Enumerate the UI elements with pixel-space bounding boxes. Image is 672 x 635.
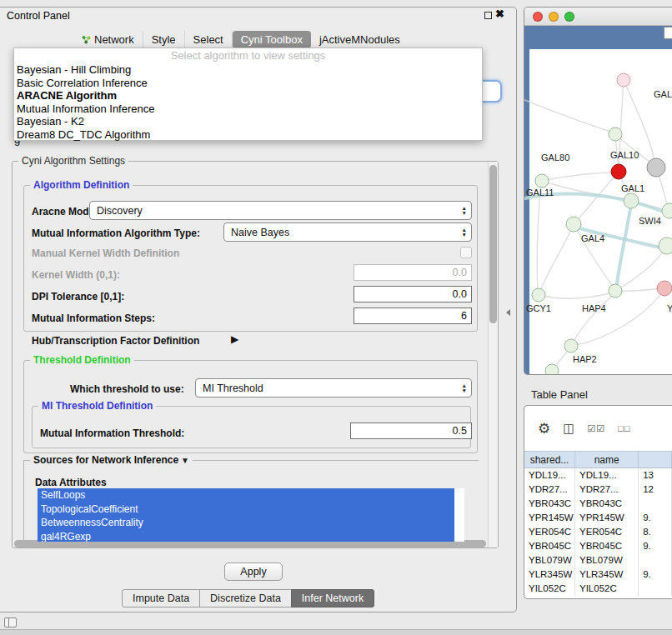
network-node-label: HAP4 <box>582 303 606 313</box>
aracne-mode-label: Aracne Mode: <box>32 206 98 218</box>
kernel-width-field[interactable]: 0.0 <box>354 264 472 281</box>
algorithm-option[interactable]: ARACNE Algorithm <box>14 89 482 102</box>
tab-network[interactable]: Network <box>73 31 143 48</box>
hub-expand-arrow-icon[interactable]: ▶ <box>231 333 238 345</box>
mi-type-select[interactable]: Naive Bayes ▲▼ <box>223 222 472 242</box>
attribute-list: SelfLoopsTopologicalCoefficientBetweenne… <box>38 488 464 542</box>
minimize-traffic-light[interactable] <box>549 12 559 22</box>
tab-label: Select <box>193 33 223 46</box>
close-window-icon[interactable]: ✖ <box>495 8 504 20</box>
algorithm-option[interactable]: Bayesian - Hill Climbing <box>14 63 482 77</box>
column-header[interactable]: name <box>575 452 639 468</box>
tab-select[interactable]: Select <box>185 31 233 48</box>
deselect-all-checkboxes-icon[interactable]: □□ <box>618 423 630 433</box>
table-row[interactable]: YLR345WYLR345W9. <box>524 568 672 582</box>
bottom-tab-infer-network[interactable]: Infer Network <box>291 589 374 608</box>
table-cell: YBR045C <box>575 539 639 553</box>
network-graph: GALGAL80GAL10GAL11GAL1SWI4GAL4GCY1HAP4YH… <box>529 49 672 375</box>
network-node[interactable] <box>609 128 622 141</box>
network-node[interactable] <box>566 217 581 232</box>
zoom-traffic-light[interactable] <box>564 12 574 22</box>
mi-threshold-group-title: MI Threshold Definition <box>38 400 156 412</box>
tab-cyni-toolbox[interactable]: Cyni Toolbox <box>233 31 311 48</box>
bottom-tab-impute-data[interactable]: Impute Data <box>122 589 200 608</box>
network-node[interactable] <box>624 193 639 208</box>
network-node[interactable] <box>564 339 578 352</box>
network-edge[interactable] <box>542 172 615 181</box>
table-row[interactable]: YIL052CYIL052C <box>524 582 672 596</box>
algorithm-option[interactable]: Dream8 DC_TDC Algorithm <box>14 128 482 142</box>
algorithm-option[interactable]: Mutual Information Inference <box>14 102 482 116</box>
table-row[interactable]: YDR27...YDR27...12 <box>524 482 672 497</box>
network-node[interactable] <box>662 203 672 218</box>
gear-icon[interactable]: ⚙ <box>538 420 550 438</box>
network-node[interactable] <box>532 288 545 302</box>
network-node-label: GAL10 <box>610 150 639 160</box>
tab-label: jActiveMNodules <box>319 33 400 46</box>
network-edge[interactable] <box>539 224 574 294</box>
table-cell: YBL079W <box>575 553 639 568</box>
algorithm-option[interactable]: Bayesian - K2 <box>14 115 482 128</box>
table-row[interactable]: YBR045CYBR045C9. <box>524 539 672 553</box>
table-row[interactable]: YPR145WYPR145W9. <box>524 511 672 525</box>
close-traffic-light[interactable] <box>533 12 543 22</box>
table-row[interactable]: YER054CYER054C8. <box>524 525 672 539</box>
algorithm-option[interactable]: Basic Correlation Inference <box>14 77 482 90</box>
which-threshold-value: MI Threshold <box>203 382 263 394</box>
tab-jactivemnodules[interactable]: jActiveMNodules <box>311 31 409 48</box>
tab-label: Network <box>94 33 134 46</box>
column-selector-icon[interactable]: ◫ <box>563 421 574 436</box>
table-cell: YDL19... <box>524 468 575 482</box>
network-edge[interactable] <box>539 292 613 298</box>
attribute-item[interactable]: gal4RGexp <box>38 530 454 542</box>
network-node[interactable] <box>647 158 665 177</box>
select-all-checkboxes-icon[interactable]: ☑☑ <box>587 423 605 434</box>
column-header[interactable]: shared... <box>524 452 575 468</box>
mi-threshold-field[interactable]: 0.5 <box>350 422 472 439</box>
network-node[interactable] <box>657 281 672 296</box>
network-edge[interactable] <box>574 174 617 224</box>
network-node[interactable] <box>611 164 626 179</box>
network-edge[interactable] <box>524 99 613 132</box>
tab-style[interactable]: Style <box>143 31 185 48</box>
combo-stepper-icon: ▲▼ <box>462 383 467 392</box>
table-cell: YPR145W <box>575 511 639 525</box>
bottom-tab-discretize-data[interactable]: Discretize Data <box>199 589 292 608</box>
network-edge[interactable] <box>621 246 667 288</box>
manual-kernel-label: Manual Kernel Width Definition <box>32 248 179 259</box>
data-attributes-label: Data Attributes <box>35 477 107 488</box>
network-node[interactable] <box>617 73 630 87</box>
table-row[interactable]: YBL079WYBL079W <box>524 553 672 568</box>
settings-vertical-scrollbar[interactable] <box>488 162 498 548</box>
column-header[interactable] <box>639 452 672 468</box>
table-row[interactable]: YBR043CYBR043C <box>524 497 672 511</box>
network-edge-highlighted[interactable] <box>616 204 631 289</box>
overview-corner-button[interactable] <box>664 27 672 39</box>
network-node[interactable] <box>659 238 672 254</box>
scrollbar-thumb[interactable] <box>489 165 497 323</box>
float-window-icon[interactable] <box>484 12 492 19</box>
table-cell <box>639 497 672 511</box>
sources-collapse-arrow-icon[interactable]: ▼ <box>181 456 189 465</box>
attribute-item[interactable]: SelfLoops <box>38 488 454 502</box>
apply-button[interactable]: Apply <box>224 562 283 581</box>
restore-panel-icon[interactable] <box>4 618 17 628</box>
manual-kernel-checkbox[interactable] <box>460 247 472 258</box>
table-cell: 9. <box>639 539 672 553</box>
dpi-tolerance-label: DPI Tolerance [0,1]: <box>32 291 124 302</box>
splitter-handle[interactable] <box>506 309 510 316</box>
window-title: Control Panel <box>7 10 70 22</box>
aracne-mode-select[interactable]: Discovery ▲▼ <box>89 201 472 220</box>
attribute-item[interactable]: TopologicalCoefficient <box>38 502 454 517</box>
attribute-item[interactable]: BetweennessCentrality <box>38 516 454 530</box>
mi-steps-field[interactable]: 6 <box>354 308 472 324</box>
dpi-tolerance-field[interactable]: 0.0 <box>354 286 472 302</box>
algorithm-option-list: Bayesian - Hill ClimbingBasic Correlatio… <box>14 63 482 142</box>
tab-label: Style <box>152 33 176 46</box>
which-threshold-select[interactable]: MI Threshold ▲▼ <box>195 378 472 398</box>
table-row[interactable]: YDL19...YDL19...13 <box>524 468 672 482</box>
network-node[interactable] <box>609 284 622 298</box>
network-node[interactable] <box>535 174 549 188</box>
network-node-label: GAL4 <box>581 233 604 243</box>
network-node[interactable] <box>545 364 559 375</box>
